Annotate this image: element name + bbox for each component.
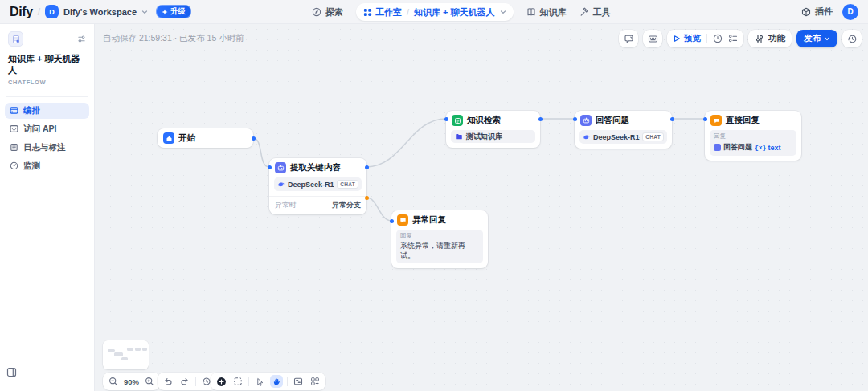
nav-knowledge-label: 知识库 xyxy=(540,6,567,18)
reply-icon xyxy=(710,115,722,126)
port-extract-out[interactable] xyxy=(365,165,369,169)
publish-button[interactable]: 发布 xyxy=(796,30,837,47)
node-knowledge-retrieval[interactable]: 知识检索 测试知识库 xyxy=(446,111,540,148)
shortcuts-button[interactable] xyxy=(643,30,662,47)
app-title: 知识库 + 聊天机器人 xyxy=(8,54,86,76)
port-start-out[interactable] xyxy=(252,136,256,141)
node-extract-llm[interactable]: 提取关键内容 DeepSeek-R1-Distill-... CHAT 异常时 … xyxy=(269,158,366,214)
preview-group: 预览 xyxy=(667,30,743,47)
pointer-mode-icon[interactable] xyxy=(253,375,266,388)
preview-label: 预览 xyxy=(684,33,701,44)
nav-tools-label: 工具 xyxy=(593,6,611,18)
add-node-icon[interactable] xyxy=(215,375,227,388)
model-name: DeepSeek-R1-Distill-... xyxy=(593,133,640,141)
features-label: 功能 xyxy=(768,33,785,44)
minimap[interactable] xyxy=(103,340,149,369)
hammer-icon xyxy=(579,7,589,17)
node-title: 直接回复 xyxy=(726,115,760,126)
port-reply-in[interactable] xyxy=(703,117,707,121)
workspace-name: Dify's Workspace xyxy=(63,7,137,17)
node-direct-reply[interactable]: 直接回复 回复 回答问题 {x} text xyxy=(705,111,801,161)
undo-icon[interactable] xyxy=(162,375,174,388)
toolbar-divider xyxy=(195,377,196,386)
port-error-reply-in[interactable] xyxy=(390,219,394,223)
sidebar-collapse-icon[interactable] xyxy=(6,367,17,377)
nav-tools[interactable]: 工具 xyxy=(579,6,611,18)
workflow-canvas[interactable]: 自动保存 21:59:31 · 已发布 15 小时前 预览 xyxy=(95,24,868,391)
dataset-row[interactable]: 测试知识库 xyxy=(451,130,535,143)
sidebar-item-label: 监测 xyxy=(23,161,40,172)
sidebar-item-logs[interactable]: 日志与标注 xyxy=(5,140,89,156)
studio-grid-icon xyxy=(363,8,372,17)
toolbar-divider xyxy=(706,34,707,43)
variable-name: text xyxy=(768,144,780,152)
sidebar-divider xyxy=(6,96,88,97)
organize-layout-icon[interactable] xyxy=(292,375,305,388)
zoom-level[interactable]: 90% xyxy=(124,377,139,386)
nav-knowledge[interactable]: 知识库 xyxy=(526,6,567,18)
nav-explore-label: 探索 xyxy=(326,6,343,18)
node-title: 知识检索 xyxy=(467,115,501,126)
add-note-icon[interactable] xyxy=(231,375,244,388)
fail-when-label: 异常时 xyxy=(275,200,297,210)
compass-icon xyxy=(312,7,321,17)
app-sidebar: 知识库 + 聊天机器人 CHATFLOW 编排 访问 API 日志与标注 xyxy=(0,24,95,391)
model-name: DeepSeek-R1-Distill-... xyxy=(288,181,334,189)
node-title: 开始 xyxy=(178,132,195,144)
dify-logo: Dify xyxy=(10,5,33,19)
publish-label: 发布 xyxy=(804,33,821,44)
port-extract-in[interactable] xyxy=(268,165,272,169)
port-retrieval-in[interactable] xyxy=(444,117,448,121)
node-title: 异常回复 xyxy=(412,214,446,226)
port-answer-out[interactable] xyxy=(670,117,674,121)
port-answer-in[interactable] xyxy=(573,117,577,121)
reply-text: 系统异常，请重新再试。 xyxy=(400,242,479,260)
nav-studio-pill[interactable]: 工作室 / 知识库 + 聊天机器人 xyxy=(356,3,514,21)
zoom-in-icon[interactable] xyxy=(143,375,156,388)
app-icon[interactable] xyxy=(8,31,23,47)
plugins-button[interactable]: 插件 xyxy=(801,6,833,18)
app-options-icon[interactable] xyxy=(77,35,86,43)
sidebar-item-api[interactable]: 访问 API xyxy=(5,121,89,137)
preview-button[interactable]: 预览 xyxy=(673,33,701,44)
annotation-button[interactable] xyxy=(619,30,638,47)
port-extract-fail-out[interactable] xyxy=(365,196,369,200)
breadcrumb-app-name[interactable]: 知识库 + 聊天机器人 xyxy=(414,6,495,18)
zoom-out-icon[interactable] xyxy=(107,375,120,388)
model-selector[interactable]: DeepSeek-R1-Distill-... CHAT xyxy=(274,177,362,191)
reply-icon xyxy=(397,214,408,226)
node-answer-llm[interactable]: 回答问题 DeepSeek-R1-Distill-... CHAT xyxy=(575,111,672,149)
knowledge-retrieval-icon xyxy=(452,115,463,126)
node-error-reply[interactable]: 异常回复 回复 系统异常，请重新再试。 xyxy=(391,210,488,268)
header-right: 插件 D xyxy=(801,4,858,20)
upgrade-button[interactable]: 升级 xyxy=(156,5,191,18)
play-icon xyxy=(673,35,681,43)
nav-studio-label: 工作室 xyxy=(375,6,402,18)
workspace-selector[interactable]: D Dify's Workspace xyxy=(45,5,148,18)
version-history-button[interactable] xyxy=(842,30,862,47)
app-card: 知识库 + 聊天机器人 CHATFLOW xyxy=(0,24,94,91)
chevron-down-icon[interactable] xyxy=(500,9,506,15)
features-button[interactable]: 功能 xyxy=(748,30,792,47)
port-retrieval-out[interactable] xyxy=(538,117,542,121)
upgrade-label: 升级 xyxy=(170,6,186,17)
ref-node-name: 回答问题 xyxy=(723,142,752,153)
hand-mode-icon[interactable] xyxy=(270,375,283,388)
user-avatar[interactable]: D xyxy=(842,4,858,20)
redo-icon[interactable] xyxy=(178,375,191,388)
chat-badge: CHAT xyxy=(642,132,664,141)
node-start[interactable]: 开始 xyxy=(158,128,253,148)
dataset-name: 测试知识库 xyxy=(466,132,502,142)
variable-inspect-icon[interactable] xyxy=(309,375,321,388)
sidebar-item-orchestrate[interactable]: 编排 xyxy=(5,103,89,119)
model-selector[interactable]: DeepSeek-R1-Distill-... CHAT xyxy=(579,130,667,144)
run-history-icon[interactable] xyxy=(713,34,723,43)
nav-explore[interactable]: 探索 xyxy=(312,6,343,18)
sidebar-item-label: 访问 API xyxy=(23,124,56,135)
logs-icon xyxy=(10,143,18,152)
sidebar-item-monitoring[interactable]: 监测 xyxy=(5,158,89,174)
toolbar-divider xyxy=(287,377,288,386)
deepseek-icon xyxy=(277,181,285,189)
nav-studio[interactable]: 工作室 xyxy=(363,6,402,18)
checklist-icon[interactable] xyxy=(728,34,738,43)
